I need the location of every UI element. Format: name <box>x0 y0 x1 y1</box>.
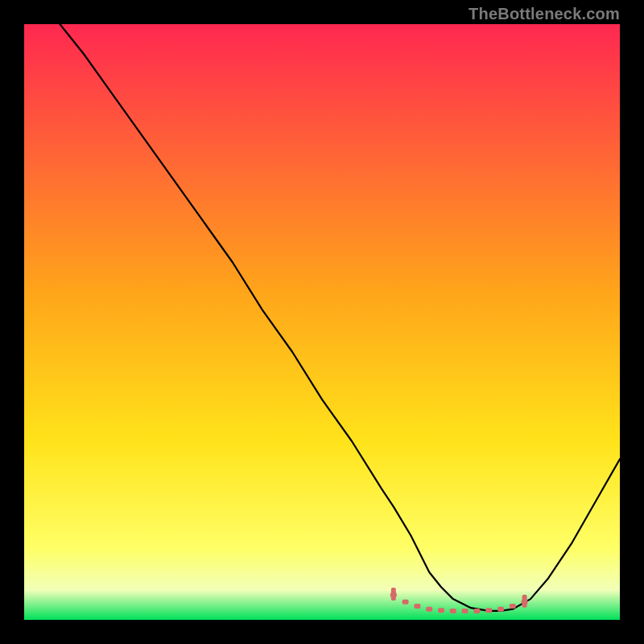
marker-dot <box>426 607 432 612</box>
marker-dot <box>414 604 420 609</box>
marker-dot <box>402 600 409 605</box>
marker-dot <box>462 609 469 613</box>
marker-dot <box>497 607 504 612</box>
marker-dot <box>438 608 444 613</box>
gradient-background <box>24 24 620 620</box>
chart-frame <box>24 24 620 620</box>
marker-dot <box>485 608 492 613</box>
marker-dot <box>510 604 516 609</box>
marker-dot <box>473 609 480 613</box>
marker-dot <box>450 609 456 613</box>
watermark-text: TheBottleneck.com <box>469 5 620 23</box>
marker-endcap <box>391 588 396 601</box>
chart-plot <box>24 24 620 620</box>
marker-endcap <box>522 595 527 608</box>
